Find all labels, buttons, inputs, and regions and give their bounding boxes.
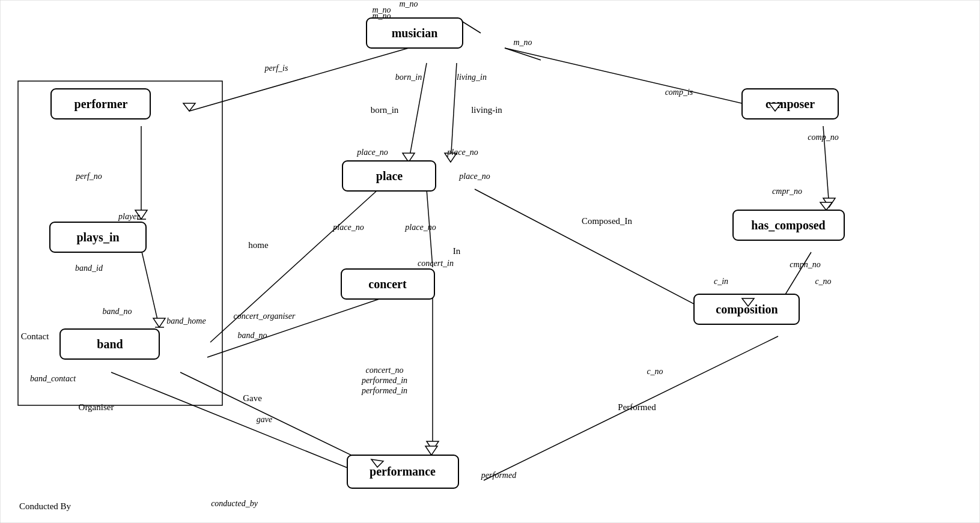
attr-player: player (118, 212, 140, 221)
attr-place-no-concert: place_no (332, 223, 364, 232)
label-performed: Performed (618, 402, 656, 412)
attr-m-no-right: m_no (513, 38, 532, 47)
attr-performed-in-1: performed_in (361, 376, 407, 385)
attr-concert-no: concert_no (366, 366, 404, 375)
label-composed-in: Composed_In (582, 216, 633, 226)
label-organiser: Organiser (79, 402, 114, 412)
er-diagram: musician performer composer place plays_… (0, 0, 980, 523)
svg-rect-0 (0, 0, 980, 523)
attr-band-contact: band_contact (30, 374, 76, 383)
band-label: band (97, 337, 123, 351)
musician-label: musician (392, 26, 438, 40)
label-conducted-by: Conducted By (19, 501, 72, 511)
attr-conducted-by: conducted_by (211, 499, 258, 508)
label-home: home (248, 240, 269, 250)
label-in: In (453, 246, 461, 256)
attr-performed-in-2: performed_in (361, 386, 407, 395)
has-composed-label: has_composed (751, 219, 825, 232)
label-gave: Gave (243, 393, 262, 403)
attr-c-no-top: c_no (815, 277, 831, 286)
attr-place-no-born: place_no (356, 148, 388, 157)
attr-cmpr-no: cmpr_no (772, 187, 802, 196)
attr-comp-no: comp_no (808, 133, 838, 142)
attr-living-in-top: living_in (457, 73, 487, 82)
attr-m-no-2: m_no (399, 0, 418, 8)
plays-in-label: plays_in (76, 231, 119, 244)
attr-place-no-living: place_no (446, 148, 478, 157)
attr-born-in-top: born_in (395, 73, 422, 82)
attr-c-no-bottom: c_no (647, 367, 663, 376)
attr-band-no-left: band_no (103, 307, 132, 316)
performance-label: performance (370, 465, 436, 479)
performer-label: performer (75, 97, 128, 111)
place-label: place (376, 169, 403, 183)
attr-performed: performed (481, 471, 517, 480)
attr-band-home: band_home (166, 316, 205, 325)
attr-cmpn-no: cmpn_no (790, 260, 820, 269)
attr-concert-in: concert_in (418, 259, 454, 268)
attr-perf-no: perf_no (75, 172, 102, 181)
attr-place-no-concert2: place_no (404, 223, 436, 232)
label-contact: Contact (21, 331, 49, 341)
attr-comp-is: comp_is (665, 88, 693, 97)
attr-place-no-right: place_no (458, 172, 490, 181)
attr-perf-is: perf_is (264, 64, 288, 73)
attr-c-in: c_in (714, 277, 728, 286)
concert-label: concert (368, 277, 407, 291)
attr-born-in: born_in (371, 105, 399, 115)
attr-concert-organiser: concert_organiser (234, 312, 296, 321)
attr-band-id: band_id (75, 264, 103, 273)
attr-living-in: living-in (471, 105, 502, 115)
attr-band-no-concert: band_no (238, 331, 267, 340)
attr-m-no-3: m_no (372, 11, 391, 20)
attr-gave: gave (257, 415, 272, 424)
